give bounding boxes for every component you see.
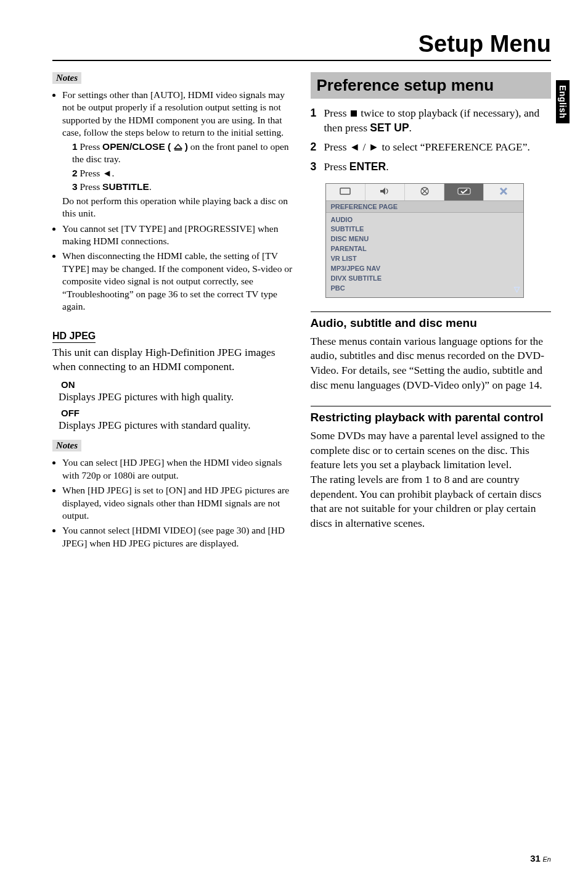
osd-item: SUBTITLE (331, 225, 518, 234)
hd-jpeg-heading: HD JPEG (52, 331, 96, 343)
list-item: You cannot select [HDMI VIDEO] (see page… (62, 524, 293, 550)
step-number: 1 (72, 141, 78, 152)
step-number: 3 (311, 160, 324, 175)
option-off-desc: Displays JPEG pictures with standard qua… (59, 419, 293, 432)
osd-items: AUDIO SUBTITLE DISC MENU PARENTAL VR LIS… (326, 213, 523, 298)
osd-tab-preference-icon (444, 184, 484, 200)
step-text: Press (80, 168, 103, 178)
preference-heading: Preference setup menu (311, 72, 552, 99)
note-text: When disconnecting the HDMI cable, the s… (62, 250, 292, 311)
note-text: Do not perform this operation while play… (62, 196, 288, 218)
osd-item: DIVX SUBTITLE (331, 274, 518, 284)
button-label: SET UP (370, 122, 409, 134)
button-label: ENTER (349, 160, 386, 173)
step-text: Press (80, 141, 103, 152)
list-item: 1 Press OPEN/CLOSE ( ) on the front pane… (72, 141, 293, 166)
option-on-desc: Displays JPEG pictures with high quality… (59, 390, 293, 404)
osd-tab-video-icon (405, 184, 444, 200)
list-item: You cannot set [TV TYPE] and [PROGRESSIV… (62, 223, 293, 248)
parental-body: Some DVDs may have a parental level assi… (311, 429, 552, 530)
note-text: When [HD JPEG] is set to [ON] and HD JPE… (62, 485, 289, 521)
step-text: to select “PREFERENCE PAGE”. (379, 141, 530, 153)
step-text: Press (324, 160, 349, 173)
svg-rect-0 (174, 149, 182, 150)
list-item: 3 Press SUBTITLE. (72, 181, 293, 193)
right-arrow-icon: ► (369, 141, 379, 153)
osd-item: AUDIO (331, 215, 518, 225)
note-text: You cannot select [HDMI VIDEO] (see page… (62, 525, 285, 548)
button-label: ) (182, 141, 188, 152)
step-text: Press (80, 181, 103, 192)
svg-rect-2 (340, 188, 350, 194)
osd-page-label: PREFERENCE PAGE (326, 201, 523, 213)
osd-tab-audio-icon (365, 184, 405, 200)
list-item: You can select [HD JPEG] when the HDMI v… (62, 456, 293, 482)
osd-tab-close-icon (484, 184, 523, 200)
list-item: 2 Press ◄. (72, 167, 293, 179)
notes-label: Notes (52, 440, 81, 451)
note-text: You cannot set [TV TYPE] and [PROGRESSIV… (62, 223, 278, 246)
language-tab: English (556, 80, 570, 123)
step-text: . (112, 168, 114, 178)
osd-mock: PREFERENCE PAGE AUDIO SUBTITLE DISC MENU… (325, 183, 524, 299)
notes-list: You can select [HD JPEG] when the HDMI v… (52, 456, 293, 550)
osd-scroll-down-icon: ▽ (514, 284, 520, 295)
note-text: For settings other than [AUTO], HDMI vid… (62, 89, 285, 138)
step-number: 3 (72, 181, 78, 192)
audio-subtitle-heading: Audio, subtitle and disc menu (311, 311, 552, 331)
left-column: Notes For settings other than [AUTO], HD… (52, 72, 293, 558)
list-item: For settings other than [AUTO], HDMI vid… (62, 89, 293, 220)
notes-list: For settings other than [AUTO], HDMI vid… (52, 89, 293, 313)
eject-icon (174, 144, 182, 151)
stop-icon (349, 109, 358, 118)
step-text: . (409, 122, 412, 134)
page-lang: En (543, 855, 551, 863)
option-off-label: OFF (61, 408, 293, 418)
page-footer: 31 En (530, 853, 551, 863)
osd-tabbar (326, 184, 523, 201)
parental-heading: Restricting playback with parental contr… (311, 406, 552, 425)
right-column: Preference setup menu 1 Press twice to s… (311, 72, 552, 558)
step-text: Press (324, 141, 349, 153)
left-arrow-icon: ◄ (102, 168, 112, 178)
osd-item: MP3/JPEG NAV (331, 264, 518, 274)
steps-list: 1 Press twice to stop playback (if neces… (311, 106, 552, 175)
option-on-label: ON (61, 379, 293, 390)
hd-jpeg-body: This unit can display High-Definition JP… (52, 345, 293, 374)
step-number: 2 (72, 168, 78, 178)
note-text: You can select [HD JPEG] when the HDMI v… (62, 457, 282, 480)
step-text: . (386, 160, 388, 173)
list-item: 1 Press twice to stop playback (if neces… (311, 106, 552, 135)
osd-item: PARENTAL (331, 244, 518, 254)
step-number: 1 (311, 106, 324, 135)
notes-label: Notes (52, 72, 81, 84)
step-number: 2 (311, 140, 324, 155)
list-item: 3 Press ENTER. (311, 160, 552, 175)
list-item: 2 Press ◄ / ► to select “PREFERENCE PAGE… (311, 140, 552, 155)
list-item: When disconnecting the HDMI cable, the s… (62, 250, 293, 313)
page-number: 31 (530, 853, 541, 863)
step-text: . (149, 181, 152, 192)
osd-item: DISC MENU (331, 234, 518, 244)
button-label: SUBTITLE (102, 181, 149, 192)
button-label: OPEN/CLOSE ( (102, 141, 173, 152)
list-item: When [HD JPEG] is set to [ON] and HD JPE… (62, 484, 293, 522)
page-title: Setup Menu (52, 31, 551, 57)
audio-subtitle-body: These menus contain various language opt… (311, 334, 552, 393)
osd-item: PBC (331, 284, 518, 294)
osd-item: VR LIST (331, 254, 518, 264)
svg-rect-1 (351, 110, 357, 117)
step-text: Press (324, 107, 349, 119)
left-arrow-icon: ◄ (349, 141, 360, 153)
osd-tab-general-icon (326, 184, 365, 200)
